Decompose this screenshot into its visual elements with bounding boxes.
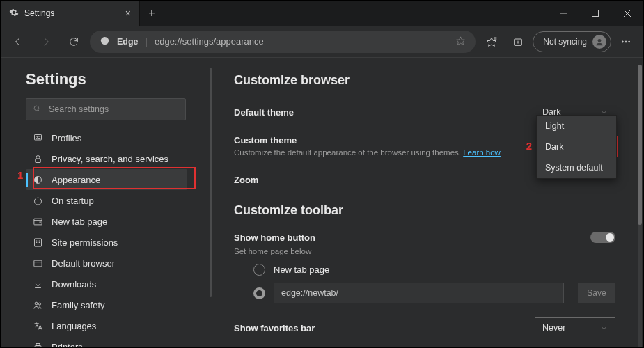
settings-sidebar: Settings Profiles Privacy, search, and s…	[1, 58, 210, 347]
sidebar-item-languages[interactable]: Languages	[26, 315, 187, 336]
profile-sync-pill[interactable]: Not syncing	[533, 31, 611, 52]
forward-button[interactable]	[34, 30, 58, 54]
address-brand: Edge	[117, 37, 139, 47]
theme-option-system[interactable]: System default	[537, 157, 616, 178]
back-button[interactable]	[6, 30, 30, 54]
sidebar-scrollbar[interactable]	[210, 68, 212, 297]
sidebar-item-defaultbrowser[interactable]: Default browser	[26, 253, 187, 274]
sidebar-item-startup[interactable]: On startup	[26, 190, 187, 211]
svg-point-16	[34, 106, 39, 111]
page-title: Settings	[26, 70, 196, 88]
new-tab-button[interactable]: +	[140, 1, 164, 26]
favorites-bar-select[interactable]: Never	[535, 317, 615, 338]
svg-marker-5	[457, 36, 466, 45]
learn-how-link[interactable]: Learn how	[463, 148, 501, 157]
save-button[interactable]: Save	[578, 283, 615, 303]
sidebar-item-sitepermissions[interactable]: Site permissions	[26, 232, 187, 253]
show-home-desc: Set home page below	[234, 247, 615, 255]
tab-title: Settings	[24, 8, 54, 18]
settings-content: Customize browser Default theme Dark Cus…	[213, 58, 643, 347]
svg-rect-35	[34, 260, 42, 267]
svg-rect-26	[34, 219, 42, 225]
svg-point-4	[101, 36, 109, 44]
default-theme-label: Default theme	[234, 107, 294, 118]
svg-rect-30	[35, 238, 42, 246]
svg-point-14	[625, 41, 627, 42]
theme-option-dark[interactable]: Dark	[537, 136, 616, 157]
svg-point-13	[622, 41, 623, 42]
section-heading-customize-toolbar: Customize toolbar	[234, 203, 615, 218]
avatar-icon	[592, 35, 606, 49]
sync-label: Not syncing	[543, 37, 587, 47]
gear-icon	[9, 8, 19, 19]
sidebar-item-privacy[interactable]: Privacy, search, and services	[26, 148, 187, 169]
favorite-star-icon[interactable]	[455, 35, 466, 48]
chevron-down-icon	[600, 324, 608, 332]
theme-option-light[interactable]: Light	[537, 116, 616, 136]
minimize-button[interactable]	[547, 1, 579, 26]
section-heading-customize-browser: Customize browser	[234, 73, 615, 88]
close-window-button[interactable]	[611, 1, 643, 26]
home-radio-url[interactable]	[253, 287, 265, 299]
titlebar: Settings × +	[1, 1, 643, 26]
favorites-bar-label: Show favorites bar	[234, 323, 315, 333]
favorites-button[interactable]	[480, 30, 503, 54]
home-radio-newtab-label: New tab page	[274, 264, 329, 275]
home-url-input[interactable]	[274, 283, 564, 303]
address-url: edge://settings/appearance	[155, 36, 448, 47]
svg-point-15	[629, 41, 630, 42]
sidebar-item-newtab[interactable]: New tab page	[26, 211, 187, 232]
svg-point-39	[35, 302, 38, 305]
sidebar-item-family[interactable]: Family safety	[26, 294, 187, 315]
svg-point-40	[38, 303, 40, 305]
svg-rect-1	[592, 10, 599, 17]
browser-tab[interactable]: Settings ×	[1, 1, 140, 26]
svg-point-19	[36, 136, 38, 139]
svg-rect-42	[36, 343, 40, 345]
show-home-toggle[interactable]	[590, 232, 615, 243]
address-bar[interactable]: Edge | edge://settings/appearance	[90, 31, 476, 53]
close-tab-icon[interactable]: ×	[125, 8, 131, 19]
edge-logo-icon	[100, 35, 110, 48]
sidebar-item-printers[interactable]: Printers	[26, 336, 187, 347]
content-scrollbar[interactable]	[638, 65, 642, 347]
svg-point-12	[598, 38, 602, 42]
theme-dropdown-menu: Light Dark System default	[536, 115, 617, 179]
refresh-button[interactable]	[62, 30, 86, 54]
search-icon	[33, 104, 42, 113]
more-menu-button[interactable]	[614, 30, 638, 54]
annotation-1: 1	[17, 169, 23, 181]
sidebar-item-downloads[interactable]: Downloads	[26, 274, 187, 294]
sidebar-item-appearance[interactable]: Appearance	[26, 169, 187, 190]
sidebar-item-profiles[interactable]: Profiles	[26, 127, 187, 148]
svg-line-17	[38, 110, 40, 112]
maximize-button[interactable]	[579, 1, 611, 26]
toolbar: Edge | edge://settings/appearance Not sy…	[1, 26, 643, 58]
home-radio-newtab[interactable]	[253, 264, 265, 276]
search-input[interactable]	[26, 98, 186, 120]
collections-button[interactable]	[506, 30, 530, 54]
svg-rect-22	[36, 158, 41, 162]
show-home-label: Show home button	[234, 232, 315, 243]
